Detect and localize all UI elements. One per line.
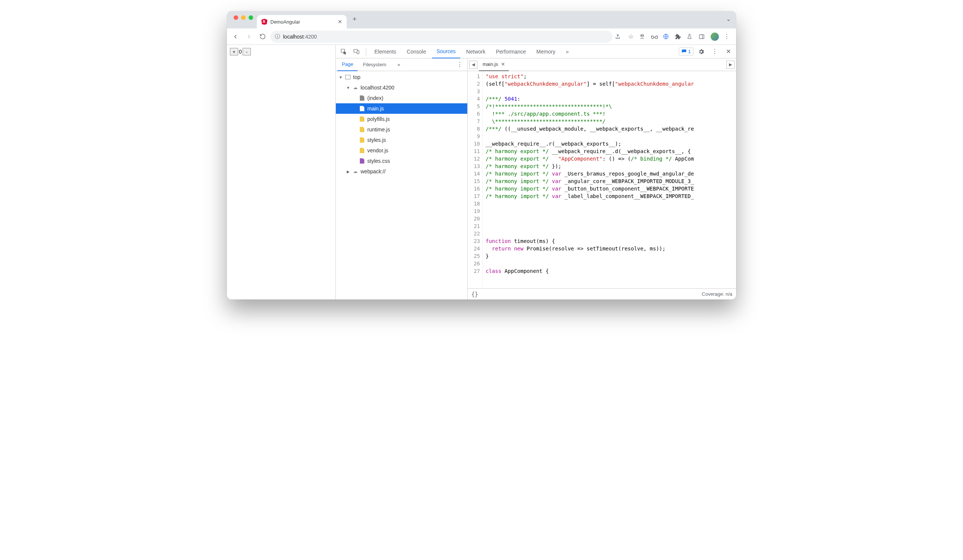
tree-file-styles-css[interactable]: styles.css: [336, 156, 467, 166]
site-info-icon[interactable]: ⓘ: [275, 33, 280, 40]
code-editor[interactable]: 1234567891011121314151617181920212223242…: [468, 71, 736, 288]
issues-count: 1: [688, 49, 691, 54]
more-tabs-icon[interactable]: »: [561, 45, 573, 58]
navigator-menu-icon[interactable]: ⋮: [454, 61, 466, 68]
tree-file-runtime-js[interactable]: runtime.js: [336, 124, 467, 135]
window-controls: [232, 15, 257, 24]
maximize-window-button[interactable]: [249, 15, 253, 20]
coverage-status: Coverage: n/a: [702, 291, 732, 297]
tree-host[interactable]: ▼ localhost:4200: [336, 83, 467, 93]
omnibox[interactable]: ⓘ localhost:4200: [270, 31, 613, 43]
tab-performance[interactable]: Performance: [491, 45, 530, 58]
decrement-button[interactable]: -: [243, 48, 251, 55]
devtools-panel: Elements Console Sources Network Perform…: [336, 45, 736, 299]
increment-button[interactable]: +: [230, 48, 238, 55]
device-toggle-icon[interactable]: [351, 46, 362, 57]
tab-sources[interactable]: Sources: [432, 45, 460, 58]
file-tree: ▼ top ▼ localhost:4200 (index): [336, 71, 467, 299]
devtools-body: Page Filesystem » ⋮ ▼ top ▼ localhost:42…: [336, 58, 736, 299]
settings-icon[interactable]: [696, 46, 707, 57]
content-area: + 0 - Elements Console Sources Network P…: [227, 45, 736, 299]
browser-window: DemoAngular ✕ + ⌄ ⓘ localhost:4200 ☆: [227, 11, 736, 299]
tab-network[interactable]: Network: [462, 45, 490, 58]
back-button[interactable]: [230, 31, 241, 42]
toggle-debugger-icon[interactable]: ▶: [726, 61, 734, 69]
editor-statusbar: {} Coverage: n/a: [468, 288, 736, 299]
extension-globe-icon[interactable]: [663, 33, 671, 40]
navigator-column: Page Filesystem » ⋮ ▼ top ▼ localhost:42…: [336, 58, 468, 299]
page-content: + 0 -: [227, 45, 336, 299]
extension-glasses-icon[interactable]: [651, 34, 659, 39]
tab-strip: DemoAngular ✕ + ⌄: [227, 11, 736, 28]
tree-file-polyfills-js[interactable]: polyfills.js: [336, 114, 467, 124]
svg-rect-6: [699, 34, 704, 39]
tab-console[interactable]: Console: [402, 45, 430, 58]
inspect-element-icon[interactable]: [338, 46, 349, 57]
tree-file-vendor-js[interactable]: vendor.js: [336, 145, 467, 156]
navigator-tab-page[interactable]: Page: [337, 58, 358, 71]
extension-incognito-icon[interactable]: [639, 33, 647, 40]
close-tab-button[interactable]: ✕: [338, 19, 342, 25]
bookmark-star-icon[interactable]: ☆: [627, 33, 635, 40]
devtools-menu-icon[interactable]: ⋮: [709, 46, 720, 57]
navigator-tab-filesystem[interactable]: Filesystem: [358, 58, 391, 71]
side-panel-icon[interactable]: [699, 34, 707, 40]
navigator-more-icon[interactable]: »: [393, 58, 405, 71]
tab-title: DemoAngular: [270, 19, 300, 25]
share-icon[interactable]: [615, 34, 623, 40]
close-devtools-icon[interactable]: ✕: [723, 46, 734, 57]
editor-tabs: ◀ main.js ✕ ▶: [468, 58, 736, 71]
counter-widget: + 0 -: [230, 48, 251, 55]
tree-top-frame[interactable]: ▼ top: [336, 72, 467, 83]
close-editor-tab-icon[interactable]: ✕: [501, 62, 505, 67]
angular-favicon: [261, 19, 268, 25]
reload-button[interactable]: [257, 31, 268, 42]
labs-icon[interactable]: [687, 33, 695, 40]
minimize-window-button[interactable]: [241, 15, 246, 20]
tab-elements[interactable]: Elements: [370, 45, 400, 58]
profile-avatar[interactable]: [711, 32, 719, 41]
url-text: localhost:4200: [283, 34, 317, 40]
tree-webpack[interactable]: ▶ webpack://: [336, 166, 467, 177]
toolbar-actions: ☆ ⋮: [615, 32, 733, 41]
toggle-navigator-icon[interactable]: ◀: [469, 61, 477, 69]
tab-search-button[interactable]: ⌄: [726, 15, 736, 25]
code-content[interactable]: "use strict";(self["webpackChunkdemo_ang…: [483, 71, 736, 288]
counter-value: 0: [239, 49, 242, 55]
new-tab-button[interactable]: +: [349, 13, 360, 25]
devtools-toolbar: Elements Console Sources Network Perform…: [336, 45, 736, 58]
svg-point-1: [641, 35, 642, 36]
address-bar: ⓘ localhost:4200 ☆: [227, 28, 736, 45]
tree-file-styles-js[interactable]: styles.js: [336, 135, 467, 145]
tab-memory[interactable]: Memory: [532, 45, 560, 58]
extensions-icon[interactable]: [675, 34, 683, 40]
tree-file-main-js[interactable]: main.js: [336, 103, 467, 114]
browser-tab[interactable]: DemoAngular ✕: [257, 15, 347, 28]
pretty-print-button[interactable]: {}: [472, 291, 478, 298]
tree-file-index[interactable]: (index): [336, 93, 467, 103]
close-window-button[interactable]: [233, 15, 238, 20]
navigator-tabs: Page Filesystem » ⋮: [336, 58, 467, 71]
forward-button[interactable]: [243, 31, 255, 42]
svg-rect-10: [357, 50, 359, 54]
browser-menu-icon[interactable]: ⋮: [723, 33, 731, 40]
line-gutter: 1234567891011121314151617181920212223242…: [468, 71, 483, 288]
editor-tab-main-js[interactable]: main.js ✕: [479, 58, 509, 71]
editor-column: ◀ main.js ✕ ▶ 12345678910111213141516171…: [468, 58, 736, 299]
issues-badge[interactable]: 1: [679, 47, 694, 55]
svg-point-2: [642, 35, 643, 36]
